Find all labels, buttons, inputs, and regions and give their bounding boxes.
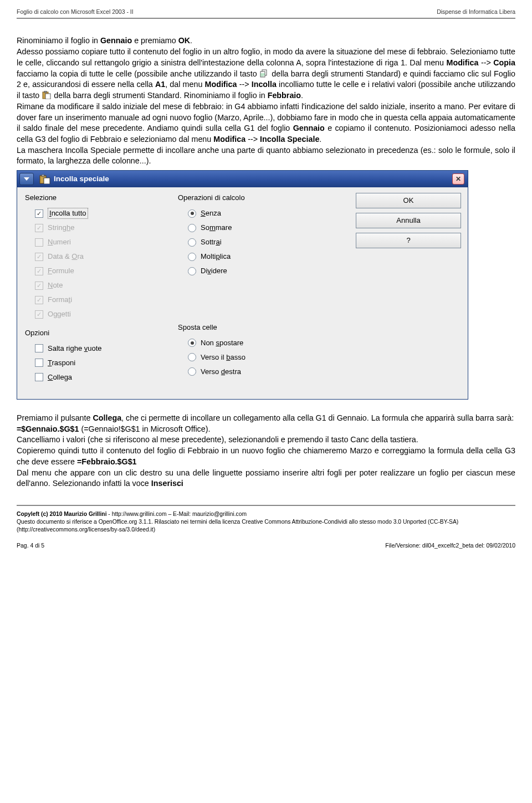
page-header: Foglio di calcolo con Microsoft Excel 20… xyxy=(17,8,515,16)
group-title-opzioni: Opzioni xyxy=(25,328,169,338)
checkbox-icon: ✓ xyxy=(35,209,43,218)
selezione-item-7: ✓Oggetti xyxy=(35,308,169,320)
selezione-item-label-2: Numeri xyxy=(48,237,71,247)
paragraph-3: Rimane da modificare il saldo iniziale d… xyxy=(17,101,515,145)
checkbox-icon: ✓ xyxy=(35,296,43,304)
col-right: OK Annulla ? xyxy=(356,193,461,248)
after-paragraph-4: Copieremo quindi tutto il contenuto del … xyxy=(17,446,515,467)
after-paragraph-5: Dal menu che appare con un clic destro s… xyxy=(17,468,515,489)
radio-icon xyxy=(188,224,196,232)
group-title-selezione: Selezione xyxy=(25,193,169,203)
header-right: Dispense di Informatica Libera xyxy=(437,8,515,16)
calcolo-item-label-0: Senza xyxy=(201,208,221,218)
radio-icon xyxy=(188,253,196,261)
paste-special-dialog-wrap: Incolla speciale ✕ Selezione ✓Incolla tu… xyxy=(17,170,515,400)
close-icon[interactable]: ✕ xyxy=(452,173,464,185)
after-paragraph-1: Premiamo il pulsante Collega, che ci per… xyxy=(17,413,515,424)
calcolo-item-2[interactable]: Sottrai xyxy=(188,236,322,248)
group-title-sposta: Sposta celle xyxy=(178,323,322,333)
opzioni-item-2[interactable]: Collega xyxy=(35,371,169,383)
sposta-item-0[interactable]: Non spostare xyxy=(188,337,322,349)
sposta-item-label-1: Verso il basso xyxy=(201,352,245,362)
sposta-item-2[interactable]: Verso destra xyxy=(188,366,322,378)
sposta-item-1[interactable]: Verso il basso xyxy=(188,351,322,364)
svg-rect-3 xyxy=(44,91,47,93)
footer-line-2: Questo documento si riferisce a OpenOffi… xyxy=(17,518,515,534)
calcolo-item-label-2: Sottrai xyxy=(201,237,222,247)
calcolo-item-label-3: Moltiplica xyxy=(201,252,231,262)
radio-icon xyxy=(188,238,196,247)
document-body: Rinominiamo il foglio in Gennaio e premi… xyxy=(17,35,515,167)
col-left: Selezione ✓Incolla tutto✓StringheNumeri✓… xyxy=(25,193,169,391)
page-number: Pag. 4 di 5 xyxy=(17,541,44,549)
paste-special-app-icon xyxy=(39,175,50,184)
radio-icon xyxy=(188,339,196,347)
calcolo-item-label-4: Dividere xyxy=(201,266,227,276)
checkbox-icon: ✓ xyxy=(35,253,43,261)
paragraph-4: La maschera Incolla Speciale permette di… xyxy=(17,145,515,167)
sposta-item-label-0: Non spostare xyxy=(201,338,243,348)
ok-button[interactable]: OK xyxy=(356,193,461,208)
radio-icon xyxy=(188,353,196,361)
group-calcolo: Operazioni di calcolo SenzaSommareSottra… xyxy=(178,193,322,277)
group-selezione: Selezione ✓Incolla tutto✓StringheNumeri✓… xyxy=(25,193,169,320)
selezione-item-0[interactable]: ✓Incolla tutto xyxy=(35,207,169,219)
selezione-item-3: ✓Data & Ora xyxy=(35,250,169,263)
paste-icon xyxy=(42,91,52,99)
group-opzioni: Opzioni Salta righe vuoteTrasponiCollega xyxy=(25,328,169,383)
checkbox-icon xyxy=(35,359,43,367)
svg-rect-6 xyxy=(42,175,44,176)
col-mid: Operazioni di calcolo SenzaSommareSottra… xyxy=(178,193,322,386)
header-left: Foglio di calcolo con Microsoft Excel 20… xyxy=(17,8,134,16)
svg-rect-4 xyxy=(45,94,50,99)
footer-line-1: Copyleft (c) 2010 Maurizio Grillini - ht… xyxy=(17,510,515,518)
calcolo-item-3[interactable]: Moltiplica xyxy=(188,250,322,263)
selezione-item-5: ✓Note xyxy=(35,279,169,291)
checkbox-icon: ✓ xyxy=(35,282,43,290)
radio-icon xyxy=(188,209,196,218)
selezione-item-label-4: Formule xyxy=(48,266,74,276)
opzioni-item-label-0: Salta righe vuote xyxy=(48,344,102,354)
help-button[interactable]: ? xyxy=(356,233,461,248)
file-version: File/Versione: dil04_excelfc2_beta del: … xyxy=(385,541,515,549)
calcolo-item-0[interactable]: Senza xyxy=(188,207,322,219)
paragraph-1: Rinominiamo il foglio in Gennaio e premi… xyxy=(17,35,515,47)
selezione-item-label-7: Oggetti xyxy=(48,309,71,319)
checkbox-icon xyxy=(35,344,43,352)
calcolo-item-1[interactable]: Sommare xyxy=(188,222,322,234)
cancel-button[interactable]: Annulla xyxy=(356,213,461,228)
dialog-titlebar: Incolla speciale ✕ xyxy=(17,171,468,187)
selezione-item-6: ✓Formati xyxy=(35,294,169,306)
after-paragraph-2: =$Gennaio.$G$1 (=Gennaio!$G$1 in Microso… xyxy=(17,424,515,435)
selezione-item-label-3: Data & Ora xyxy=(48,252,84,262)
footer-rule xyxy=(17,505,515,506)
checkbox-icon: ✓ xyxy=(35,224,43,232)
footer: Copyleft (c) 2010 Maurizio Grillini - ht… xyxy=(17,510,515,534)
group-sposta: Sposta celle Non spostareVerso il bassoV… xyxy=(178,323,322,378)
paste-special-dialog: Incolla speciale ✕ Selezione ✓Incolla tu… xyxy=(17,170,468,400)
header-rule xyxy=(17,18,515,19)
svg-rect-7 xyxy=(44,178,50,184)
sposta-item-label-2: Verso destra xyxy=(201,367,241,377)
calcolo-item-4[interactable]: Dividere xyxy=(188,265,322,277)
selezione-item-label-1: Stringhe xyxy=(48,223,74,233)
opzioni-item-0[interactable]: Salta righe vuote xyxy=(35,342,169,355)
paragraph-2: Adesso possiamo copiare tutto il contenu… xyxy=(17,47,515,101)
document-body-2: Premiamo il pulsante Collega, che ci per… xyxy=(17,413,515,489)
checkbox-icon: ✓ xyxy=(35,310,43,319)
group-title-calcolo: Operazioni di calcolo xyxy=(178,193,322,203)
selezione-item-4: ✓Formule xyxy=(35,265,169,277)
copy-icon xyxy=(259,69,269,78)
opzioni-item-1[interactable]: Trasponi xyxy=(35,357,169,369)
checkbox-icon xyxy=(35,373,43,381)
dialog-title: Incolla speciale xyxy=(54,174,109,185)
svg-rect-1 xyxy=(260,71,265,77)
radio-icon xyxy=(188,267,196,275)
calcolo-item-label-1: Sommare xyxy=(201,223,232,233)
selezione-item-1: ✓Stringhe xyxy=(35,222,169,234)
titlebar-dropdown-icon[interactable] xyxy=(19,173,34,185)
selezione-item-2: Numeri xyxy=(35,236,169,248)
page-footer-row: Pag. 4 di 5 File/Versione: dil04_excelfc… xyxy=(17,541,515,549)
opzioni-item-label-1: Trasponi xyxy=(48,358,75,368)
checkbox-icon xyxy=(35,238,43,247)
